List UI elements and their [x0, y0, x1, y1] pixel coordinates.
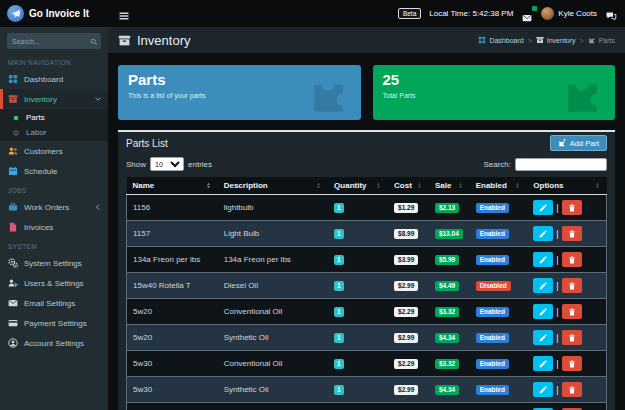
breadcrumb-separator: > — [528, 37, 532, 44]
users-icon — [8, 146, 18, 156]
info-boxes: Parts This is a list of your parts 25 To… — [108, 53, 625, 130]
pencil-icon — [539, 278, 547, 293]
chevron-down-icon — [94, 95, 102, 103]
pencil-icon — [539, 200, 547, 215]
column-header-quantity[interactable]: Quantity — [328, 177, 388, 195]
cost-badge: $2.29 — [394, 359, 418, 369]
sidebar-item-invoices[interactable]: Invoices — [0, 217, 108, 237]
users-gear-icon — [8, 278, 18, 288]
sidebar-item-dashboard[interactable]: Dashboard — [0, 69, 108, 89]
table-controls: Show 10 entries Search: — [118, 154, 615, 177]
status-badge: Enabled — [476, 255, 509, 265]
options-separator: | — [556, 385, 558, 395]
delete-part-button[interactable] — [562, 304, 582, 319]
topbar-right: Beta Local Time: 5:42:38 PM Kyle Coots — [398, 7, 625, 20]
sort-icon — [315, 181, 322, 190]
sidebar-item-account-settings[interactable]: Account Settings — [0, 333, 108, 353]
delete-part-button[interactable] — [562, 356, 582, 371]
sidebar-item-parts[interactable]: Parts — [0, 110, 108, 125]
sale-badge: $13.04 — [435, 229, 463, 239]
gears-icon — [8, 258, 18, 268]
part-name: 5w20 — [127, 325, 218, 351]
sidebar-search-input[interactable] — [7, 33, 86, 49]
breadcrumb-inventory[interactable]: Inventory — [536, 36, 576, 44]
main-content: Inventory Dashboard>Inventory>Parts Part… — [108, 27, 625, 410]
trash-icon — [568, 226, 576, 241]
sale-badge: $4.49 — [435, 281, 459, 291]
pencil-icon — [539, 252, 547, 267]
column-header-cost[interactable]: Cost — [388, 177, 429, 195]
search-button[interactable] — [86, 33, 101, 49]
sale-badge: $4.34 — [435, 333, 459, 343]
delete-part-button[interactable] — [562, 226, 582, 241]
page-size-select[interactable]: 10 — [150, 157, 184, 171]
sidebar-item-inventory[interactable]: Inventory — [0, 89, 108, 109]
sidebar-item-users-settings[interactable]: Users & Settings — [0, 273, 108, 293]
quantity-badge: 1 — [334, 307, 344, 317]
sort-icon — [375, 181, 382, 190]
sidebar-item-email-settings[interactable]: Email Settings — [0, 293, 108, 313]
column-header-options[interactable]: Options — [527, 177, 606, 195]
part-name — [127, 403, 218, 410]
trash-icon — [568, 382, 576, 397]
archive-icon — [8, 94, 18, 104]
sidebar-item-work-orders[interactable]: Work Orders — [0, 197, 108, 217]
edit-part-button[interactable] — [533, 356, 553, 371]
pencil-icon — [539, 226, 547, 241]
sidebar-item-system-settings[interactable]: System Settings — [0, 253, 108, 273]
delete-part-button[interactable] — [562, 382, 582, 397]
part-name: 5w20 — [127, 299, 218, 325]
table-row: 5w20Synthetic Oil1$2.99$4.34Enabled| — [127, 325, 607, 351]
panel-header: Parts List Add Part — [118, 132, 615, 154]
dashboard-icon — [478, 36, 486, 44]
sidebar-toggle-button[interactable] — [118, 8, 130, 20]
edit-part-button[interactable] — [533, 226, 553, 241]
column-header-name[interactable]: Name — [127, 177, 218, 195]
parts-table: NameDescriptionQuantityCostSaleEnabledOp… — [126, 177, 607, 410]
brand-name: Go Invoice It — [29, 8, 89, 19]
submenu-inventory: PartsLabor — [0, 109, 108, 141]
user-menu[interactable]: Kyle Coots — [541, 7, 597, 20]
trash-icon — [568, 252, 576, 267]
chat-button[interactable] — [605, 8, 617, 19]
brand[interactable]: Go Invoice It — [0, 5, 108, 22]
column-header-sale[interactable]: Sale — [429, 177, 470, 195]
search-label: Search: — [483, 160, 511, 169]
nav-section-label: SYSTEM — [0, 237, 108, 253]
column-header-enabled[interactable]: Enabled — [470, 177, 528, 195]
quantity-badge: 1 — [334, 203, 344, 213]
options-separator: | — [556, 255, 558, 265]
part-name: 5w30 — [127, 351, 218, 377]
breadcrumb-parts: Parts — [588, 36, 615, 44]
edit-part-button[interactable] — [533, 304, 553, 319]
messages-button[interactable] — [521, 9, 533, 19]
edit-part-button[interactable] — [533, 382, 553, 397]
archive-icon — [118, 34, 131, 47]
options-separator: | — [556, 333, 558, 343]
sale-badge: $2.13 — [435, 203, 459, 213]
sidebar-item-labor[interactable]: Labor — [0, 125, 108, 140]
table-search-input[interactable] — [515, 158, 607, 171]
edit-part-button[interactable] — [533, 200, 553, 215]
paper-plane-icon — [7, 5, 24, 22]
sidebar-item-schedule[interactable]: Schedule — [0, 161, 108, 181]
breadcrumb-dashboard[interactable]: Dashboard — [478, 36, 523, 44]
trash-icon — [568, 356, 576, 371]
cost-badge: $1.29 — [394, 203, 418, 213]
sidebar-item-payment-settings[interactable]: Payment Settings — [0, 313, 108, 333]
sidebar-item-customers[interactable]: Customers — [0, 141, 108, 161]
add-part-button[interactable]: Add Part — [550, 135, 607, 151]
column-header-description[interactable]: Description — [218, 177, 328, 195]
edit-part-button[interactable] — [533, 252, 553, 267]
delete-part-button[interactable] — [562, 278, 582, 293]
sidebar: MAIN NAVIGATIONDashboardInventoryPartsLa… — [0, 27, 108, 410]
user-name: Kyle Coots — [558, 9, 597, 18]
part-description: 134a Freon per lbs — [218, 247, 328, 273]
delete-part-button[interactable] — [562, 330, 582, 345]
delete-part-button[interactable] — [562, 252, 582, 267]
edit-part-button[interactable] — [533, 330, 553, 345]
part-name: 5w30 — [127, 377, 218, 403]
part-description: lightbulb — [218, 195, 328, 221]
delete-part-button[interactable] — [562, 200, 582, 215]
edit-part-button[interactable] — [533, 278, 553, 293]
